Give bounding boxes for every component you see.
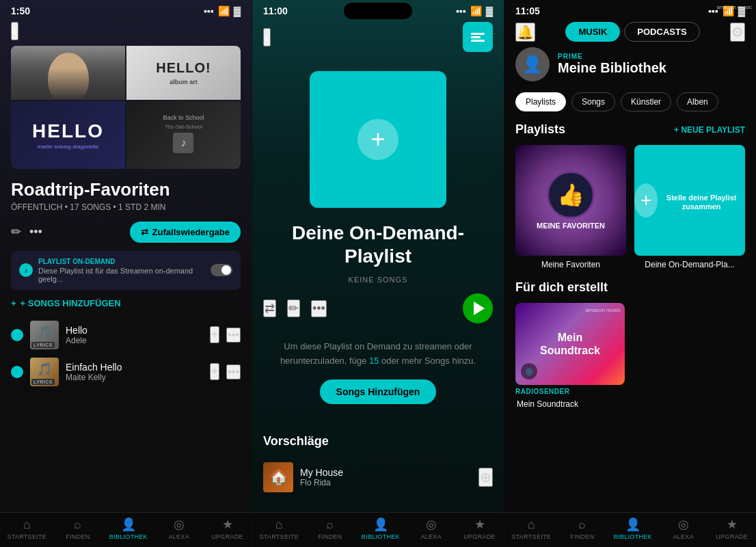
add-songs-label: + SONGS HINZUFÜGEN <box>21 298 121 308</box>
filter-tab-playlists[interactable]: Playlists <box>515 92 566 111</box>
song-add-button-1[interactable]: + <box>210 326 220 343</box>
song-more-button-1[interactable]: ••• <box>226 328 241 343</box>
hero-title: Deine On-Demand-Playlist <box>263 222 493 267</box>
panel-playlist-detail: 1:50 ▪▪▪ 📶 ▓ ‹ HELLO! album art HELLO ma… <box>0 0 252 547</box>
table-row[interactable]: LYRICS 🎵 Hello Adele + ••• <box>11 317 241 353</box>
battery-icon: ▓ <box>234 5 241 16</box>
add-songs-button[interactable]: Songs Hinzufügen <box>320 379 437 404</box>
nav-label-finden: FINDEN <box>318 533 342 540</box>
song-info-2: Einfach Hello Maite Kelly <box>66 362 203 382</box>
suggestion-name-1: My House <box>300 467 472 478</box>
logo-line-1 <box>471 33 485 35</box>
nav-item-bibliothek[interactable]: 👤 BIBLIOTHEK <box>614 517 652 540</box>
play-button[interactable] <box>463 293 493 323</box>
song-name-1: Hello <box>66 325 203 336</box>
ondemand-icon: ♪ <box>19 263 33 277</box>
bottom-navigation: ⌂ STARTSEITE ⌕ FINDEN 👤 BIBLIOTHEK ◎ ALE… <box>0 512 252 547</box>
filter-tab-kuenstler[interactable]: Künstler <box>621 92 671 111</box>
soundtrack-art: amazon music MeinSoundtrack ◎ <box>515 303 625 385</box>
home-icon: ⌂ <box>528 518 535 532</box>
settings-button[interactable]: ⚙ <box>730 23 745 42</box>
nav-item-alexa[interactable]: ◎ ALEXA <box>414 517 448 540</box>
nav-label-startseite: STARTSEITE <box>7 533 46 540</box>
home-icon: ⌂ <box>23 518 31 532</box>
tab-podcasts[interactable]: PODCASTS <box>624 22 699 42</box>
playlist-card-favoriten[interactable]: amazon music 👍 MEINE FAVORITEN Meine Fav… <box>515 145 626 269</box>
playlist-actions: ✏ ••• ⇄ Zufallswiedergabe <box>11 222 241 243</box>
edit-button[interactable]: ✏ <box>11 224 21 239</box>
nav-item-upgrade[interactable]: ★ UPGRADE <box>715 517 749 540</box>
list-item[interactable]: 🏠 My House Flo Rida ⊕ <box>263 458 493 496</box>
plus-circle-icon: + <box>634 183 658 217</box>
bell-button[interactable]: 🔔 <box>515 23 535 42</box>
ondemand-toggle[interactable] <box>211 264 232 276</box>
status-bar: 1:50 ▪▪▪ 📶 ▓ <box>0 0 252 19</box>
nav-item-alexa[interactable]: ◎ ALEXA <box>162 517 196 540</box>
musik-podcast-tabs: MUSIK PODCASTS <box>541 22 725 42</box>
nav-item-upgrade[interactable]: ★ UPGRADE <box>211 517 245 540</box>
meine-favoriten-label: MEINE FAVORITEN <box>537 222 605 230</box>
logo-lines <box>471 33 485 42</box>
library-title: Meine Bibliothek <box>558 60 745 76</box>
playlist-card-ondemand[interactable]: + Stelle deine Playlist zusammen Deine O… <box>634 145 745 269</box>
ondemand-desc: Diese Playlist ist für das Streamen on-d… <box>38 267 205 283</box>
avatar-icon: 👤 <box>522 55 543 74</box>
shuffle-button[interactable]: ⇄ Zufallswiedergabe <box>130 222 241 243</box>
edit-button[interactable]: ✏ <box>287 299 300 317</box>
signal-icon: ▪▪▪ <box>456 5 466 16</box>
tab-musik[interactable]: MUSIK <box>565 22 620 42</box>
created-section: Für dich erstellt amazon music MeinSound… <box>504 280 756 412</box>
shuffle-icon: ⇄ <box>141 227 148 237</box>
search-icon: ⌕ <box>74 518 81 532</box>
alexa-icon: ◎ <box>426 517 437 532</box>
nav-label-bibliothek: BIBLIOTHEK <box>109 533 148 540</box>
thumbs-up-icon: 👍 <box>547 171 595 219</box>
battery-icon: ▓ <box>486 5 493 16</box>
song-more-button-2[interactable]: ••• <box>226 364 241 379</box>
table-row[interactable]: LYRICS 🎵 Einfach Hello Maite Kelly + ••• <box>11 353 241 390</box>
more-options-button[interactable]: ••• <box>311 300 327 317</box>
top-controls: 🔔 MUSIK PODCASTS ⚙ <box>504 22 756 47</box>
shared-icon-2 <box>11 366 23 378</box>
nav-item-bibliothek[interactable]: 👤 BIBLIOTHEK <box>362 517 400 540</box>
add-songs-button[interactable]: + + SONGS HINZUFÜGEN <box>0 298 252 317</box>
nav-item-finden[interactable]: ⌕ FINDEN <box>61 518 95 540</box>
playlist-info: Roadtrip-Favoriten ÖFFENTLICH • 17 SONGS… <box>0 180 252 251</box>
back-button[interactable]: ‹ <box>11 22 18 40</box>
nav-item-startseite[interactable]: ⌂ STARTSEITE <box>511 518 551 540</box>
nav-item-alexa[interactable]: ◎ ALEXA <box>666 517 701 540</box>
suggestion-add-button-1[interactable]: ⊕ <box>478 468 493 487</box>
status-time: 11:00 <box>263 5 288 16</box>
more-options-button[interactable]: ••• <box>29 225 42 239</box>
album-art-4: Back to School 70s Old-School ♪ <box>126 101 241 169</box>
filter-tab-alben[interactable]: Alben <box>677 92 718 111</box>
nav-label-alexa: ALEXA <box>168 533 189 540</box>
new-playlist-button[interactable]: + NEUE PLAYLIST <box>674 125 745 135</box>
playlist-name-favoriten: Meine Favoriten <box>515 260 626 269</box>
song-thumbnail-1: LYRICS 🎵 <box>30 321 59 349</box>
nav-item-upgrade[interactable]: ★ UPGRADE <box>463 517 497 540</box>
song-add-button-2[interactable]: + <box>210 363 220 380</box>
nav-label-startseite: STARTSEITE <box>511 533 551 540</box>
ondemand-banner: ♪ PLAYLIST ON-DEMAND Diese Playlist ist … <box>11 251 241 290</box>
back-button[interactable]: ‹ <box>263 28 271 46</box>
nav-item-startseite[interactable]: ⌂ STARTSEITE <box>7 518 46 540</box>
song-artist-2: Maite Kelly <box>66 373 203 382</box>
radiosender-badge: RADIOSENDER <box>515 388 625 395</box>
song-actions-1: + ••• <box>210 326 241 343</box>
nav-item-bibliothek[interactable]: 👤 BIBLIOTHEK <box>109 517 148 540</box>
suggestion-info-1: My House Flo Rida <box>300 467 472 488</box>
nav-item-startseite[interactable]: ⌂ STARTSEITE <box>259 518 299 540</box>
upgrade-icon: ★ <box>727 517 738 532</box>
hero-subtitle-container: KEINE SONGS <box>252 270 504 293</box>
shuffle-button[interactable]: ⇄ <box>263 299 276 317</box>
alexa-icon: ◎ <box>174 517 185 532</box>
lyrics-badge-2: LYRICS <box>31 379 55 385</box>
left-controls: ⇄ ✏ ••• <box>263 299 327 317</box>
filter-tab-songs[interactable]: Songs <box>571 92 615 111</box>
nav-label-startseite: STARTSEITE <box>259 533 299 540</box>
nav-label-alexa: ALEXA <box>673 533 694 540</box>
nav-item-finden[interactable]: ⌕ FINDEN <box>565 518 599 540</box>
soundtrack-card[interactable]: amazon music MeinSoundtrack ◎ RADIOSENDE… <box>515 303 625 412</box>
nav-item-finden[interactable]: ⌕ FINDEN <box>313 518 347 540</box>
